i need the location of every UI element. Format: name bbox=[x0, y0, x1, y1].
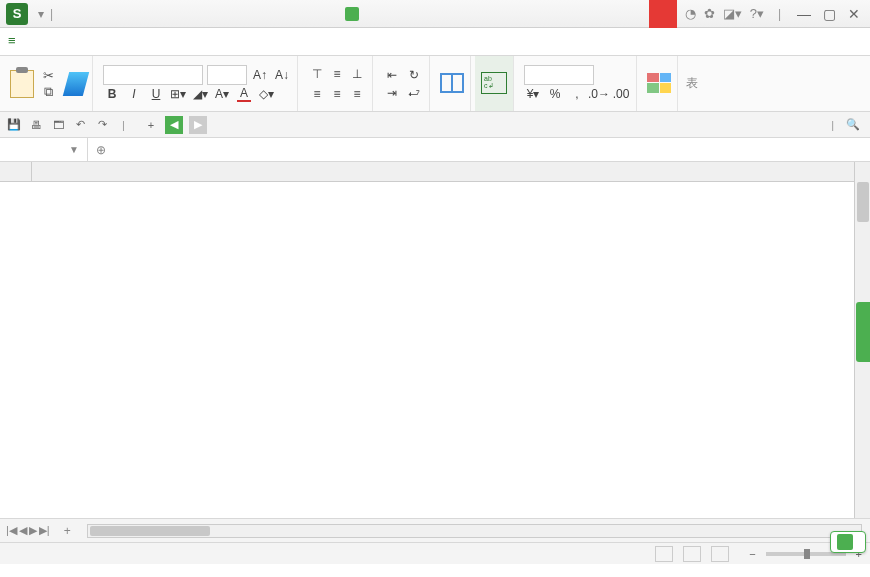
paste-button[interactable] bbox=[10, 70, 34, 98]
tab-nav-right[interactable]: ▶ bbox=[189, 116, 207, 134]
italic-button[interactable]: I bbox=[125, 85, 143, 103]
save-icon[interactable]: 💾 bbox=[6, 117, 22, 133]
watermark-logo-icon bbox=[837, 534, 853, 550]
fn-wizard-icon[interactable]: ⊕ bbox=[96, 143, 106, 157]
sheet-last-icon[interactable]: ▶| bbox=[39, 524, 50, 537]
scissors-icon: ✂ bbox=[40, 68, 56, 84]
clear-format-button[interactable]: ◇▾ bbox=[257, 85, 275, 103]
sheet-first-icon[interactable]: |◀ bbox=[6, 524, 17, 537]
undo-icon[interactable]: ↶ bbox=[72, 117, 88, 133]
sheet-next-icon[interactable]: ▶ bbox=[29, 524, 37, 537]
paste-icon bbox=[10, 70, 34, 98]
align-bottom-icon[interactable]: ⊥ bbox=[348, 65, 366, 83]
new-tab-button[interactable]: + bbox=[143, 117, 159, 133]
wrap-small-icon[interactable]: ⮐ bbox=[405, 84, 423, 102]
orientation-icon[interactable]: ↻ bbox=[405, 66, 423, 84]
currency-icon[interactable]: ¥▾ bbox=[524, 85, 542, 103]
add-sheet-button[interactable]: + bbox=[56, 524, 79, 538]
border-button[interactable]: ⊞▾ bbox=[169, 85, 187, 103]
settings-icon[interactable]: ✿ bbox=[704, 6, 715, 21]
align-right-icon[interactable]: ≡ bbox=[348, 85, 366, 103]
formula-bar: ▼ ⊕ bbox=[0, 138, 870, 162]
maximize-button[interactable]: ▢ bbox=[823, 6, 836, 22]
title-extra-icons: ◔ ✿ ◪▾ ?▾ bbox=[677, 6, 772, 21]
skin-icon[interactable]: ◪▾ bbox=[723, 6, 742, 21]
clipboard-group: ✂ ⧉ bbox=[4, 56, 93, 111]
title-separator-2: | bbox=[778, 7, 781, 21]
name-box[interactable]: ▼ bbox=[0, 138, 88, 161]
sheet-prev-icon[interactable]: ◀ bbox=[19, 524, 27, 537]
wrap-icon: abc↲ bbox=[481, 72, 507, 94]
title-bar: S ▾ | ◔ ✿ ◪▾ ?▾ | — ▢ ✕ bbox=[0, 0, 870, 28]
command-search[interactable]: 🔍 bbox=[846, 118, 864, 131]
window-controls: — ▢ ✕ bbox=[787, 6, 870, 22]
font-name-select[interactable] bbox=[103, 65, 203, 85]
doc-icon bbox=[345, 7, 359, 21]
print-preview-icon[interactable]: 🗔 bbox=[50, 117, 66, 133]
increase-font-icon[interactable]: A↑ bbox=[251, 66, 269, 84]
conditional-format-button[interactable] bbox=[641, 56, 678, 111]
close-button[interactable]: ✕ bbox=[848, 6, 860, 22]
copy-button[interactable]: ⧉ bbox=[40, 84, 60, 100]
brush-icon bbox=[63, 72, 89, 96]
font-group: A↑ A↓ B I U ⊞▾ ◢▾ A▾ A ◇▾ bbox=[97, 56, 298, 111]
menu-bar: ≡ bbox=[0, 28, 870, 56]
redo-icon[interactable]: ↷ bbox=[94, 117, 110, 133]
sheet-bar: |◀ ◀ ▶ ▶| + bbox=[0, 518, 870, 542]
align-middle-icon[interactable]: ≡ bbox=[328, 65, 346, 83]
align-center-icon[interactable]: ≡ bbox=[328, 85, 346, 103]
copy-icon: ⧉ bbox=[40, 84, 56, 100]
ribbon-more[interactable]: 表 bbox=[682, 75, 702, 92]
align-top-icon[interactable]: ⊤ bbox=[308, 65, 326, 83]
increase-indent-icon[interactable]: ⇥ bbox=[383, 84, 401, 102]
format-painter-button[interactable] bbox=[66, 72, 86, 96]
indent-group: ⇤↻ ⇥⮐ bbox=[377, 56, 430, 111]
select-all-corner[interactable] bbox=[0, 162, 32, 181]
help-icon[interactable]: ?▾ bbox=[750, 6, 764, 21]
name-box-dropdown-icon[interactable]: ▼ bbox=[69, 144, 79, 155]
decrease-font-icon[interactable]: A↓ bbox=[273, 66, 291, 84]
auto-wrap-button[interactable]: abc↲ bbox=[475, 56, 514, 111]
font-size-select[interactable] bbox=[207, 65, 247, 85]
cut-button[interactable]: ✂ bbox=[40, 68, 60, 84]
watermark bbox=[830, 531, 866, 553]
minimize-button[interactable]: — bbox=[797, 6, 811, 22]
font-color-button[interactable]: A bbox=[235, 85, 253, 103]
decrease-decimal-icon[interactable]: .00 bbox=[612, 85, 630, 103]
underline-button[interactable]: U bbox=[147, 85, 165, 103]
quick-access-bar: 💾 🖶 🗔 ↶ ↷ | + ◀ ▶ | 🔍 bbox=[0, 112, 870, 138]
comma-icon[interactable]: , bbox=[568, 85, 586, 103]
app-dropdown-icon[interactable]: ▾ bbox=[38, 7, 44, 21]
cloud-icon[interactable]: ◔ bbox=[685, 6, 696, 21]
ribbon: ✂ ⧉ A↑ A↓ B I U ⊞▾ ◢▾ A▾ A ◇▾ ⊤ bbox=[0, 56, 870, 112]
increase-decimal-icon[interactable]: .0→ bbox=[590, 85, 608, 103]
align-group: ⊤ ≡ ⊥ ≡ ≡ ≡ bbox=[302, 56, 373, 111]
side-panel-tab[interactable] bbox=[856, 302, 870, 362]
number-format-select[interactable] bbox=[524, 65, 594, 85]
page-layout-view-icon[interactable] bbox=[683, 546, 701, 562]
horizontal-scrollbar[interactable] bbox=[87, 524, 862, 538]
app-logo-icon: S bbox=[6, 3, 28, 25]
document-title bbox=[59, 7, 649, 21]
number-group: ¥▾ % , .0→ .00 bbox=[518, 56, 637, 111]
zoom-out-button[interactable]: − bbox=[749, 548, 755, 560]
login-status-button[interactable] bbox=[649, 0, 677, 28]
percent-icon[interactable]: % bbox=[546, 85, 564, 103]
file-menu-icon[interactable]: ≡ bbox=[0, 28, 30, 55]
tab-nav-left[interactable]: ◀ bbox=[165, 116, 183, 134]
title-separator: | bbox=[50, 7, 53, 21]
spreadsheet-grid bbox=[0, 162, 870, 518]
merge-center-button[interactable] bbox=[434, 56, 471, 111]
fill-color-button[interactable]: ◢▾ bbox=[191, 85, 209, 103]
font-style-button[interactable]: A▾ bbox=[213, 85, 231, 103]
page-break-view-icon[interactable] bbox=[711, 546, 729, 562]
vscroll-thumb[interactable] bbox=[857, 182, 869, 222]
normal-view-icon[interactable] bbox=[655, 546, 673, 562]
bold-button[interactable]: B bbox=[103, 85, 121, 103]
search-icon: 🔍 bbox=[846, 118, 860, 131]
save-as-icon[interactable]: 🖶 bbox=[28, 117, 44, 133]
decrease-indent-icon[interactable]: ⇤ bbox=[383, 66, 401, 84]
formula-input[interactable] bbox=[122, 138, 870, 161]
align-left-icon[interactable]: ≡ bbox=[308, 85, 326, 103]
hscroll-thumb[interactable] bbox=[90, 526, 210, 536]
